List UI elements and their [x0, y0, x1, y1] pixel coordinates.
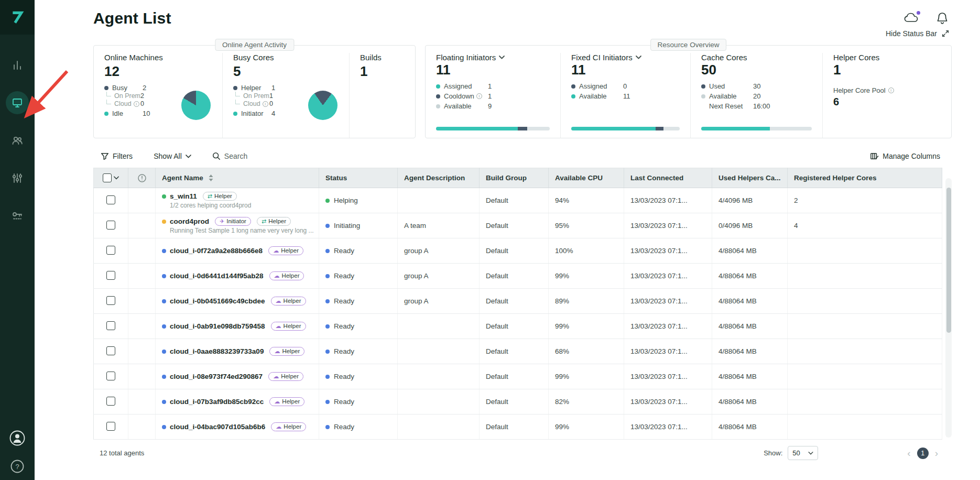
sidebar-item-analytics[interactable] [6, 53, 29, 77]
agent-name[interactable]: cloud_i-04bac907d105ab6b6 [170, 423, 265, 431]
chevron-down-icon[interactable] [499, 56, 505, 59]
notifications-button[interactable] [936, 12, 949, 27]
table-row: cloud_i-08e973f74ed290867☁HelperReadyDef… [94, 364, 942, 389]
row-checkbox[interactable] [106, 271, 115, 280]
table-row: cloud_i-0b0451669c49cbdee☁HelperReadygro… [94, 289, 942, 314]
agent-name[interactable]: cloud_i-0ab91e098db759458 [170, 322, 265, 330]
column-header-description[interactable]: Agent Description [398, 168, 480, 188]
available-cpu: 94% [549, 188, 624, 213]
row-checkbox[interactable] [106, 221, 115, 230]
row-checkbox[interactable] [106, 397, 115, 406]
logo-icon [7, 7, 27, 27]
prev-page-button[interactable]: ‹ [907, 448, 910, 458]
assigned-dot [436, 84, 440, 89]
select-all-checkbox[interactable] [103, 173, 112, 182]
builds-title: Builds [360, 53, 405, 62]
available-dot [436, 104, 440, 108]
alert-column-header [128, 168, 156, 188]
agent-description [398, 389, 480, 414]
cloud-icon: ☁ [276, 298, 281, 304]
agent-state-dot [162, 425, 166, 429]
avatar-icon [9, 430, 26, 446]
sidebar-item-keys[interactable] [6, 204, 29, 227]
row-checkbox[interactable] [106, 296, 115, 305]
page-header: Agent List [93, 0, 952, 27]
hide-status-bar-toggle[interactable]: Hide Status Bar [93, 29, 950, 38]
floating-initiators-value: 11 [436, 62, 550, 78]
row-checkbox[interactable] [106, 372, 115, 380]
agent-name[interactable]: cloud_i-0aae8883239733a09 [170, 347, 264, 355]
used-helpers: 4/88064 MB [712, 314, 788, 339]
resource-overview-tab: Resource Overview [650, 39, 727, 51]
sort-icon[interactable] [209, 174, 213, 181]
search-button[interactable]: Search [212, 152, 247, 160]
current-page-button[interactable]: 1 [917, 448, 929, 459]
chevron-down-icon[interactable] [636, 56, 641, 59]
helper-core-pool: Helper Core Pool 6 [833, 86, 941, 108]
online-machines-pie-chart [181, 91, 211, 120]
status-dot [325, 224, 330, 228]
busy-dot [104, 86, 108, 90]
row-checkbox[interactable] [106, 422, 115, 431]
column-header-build-group[interactable]: Build Group [480, 168, 549, 188]
initiator-icon: ✈ [220, 219, 224, 224]
chevron-down-icon[interactable] [114, 176, 119, 180]
table-row: cloud_i-0aae8883239733a09☁HelperReadyDef… [94, 339, 942, 364]
row-checkbox[interactable] [106, 346, 115, 355]
agent-name[interactable]: cloud_i-0f72a9a2e88b666e8 [170, 247, 263, 255]
agent-name[interactable]: cloud_i-08e973f74ed290867 [170, 373, 263, 380]
sidebar-item-agents[interactable] [6, 91, 29, 114]
available-dot [701, 94, 705, 99]
row-checkbox[interactable] [106, 195, 115, 204]
next-page-button[interactable]: › [935, 448, 938, 458]
badge-cloud: ☁Helper [269, 271, 304, 280]
busy-cores-value: 5 [233, 63, 339, 80]
column-header-registered-cores[interactable]: Registered Helper Cores [788, 168, 942, 188]
app-logo[interactable] [0, 0, 35, 35]
row-checkbox[interactable] [106, 246, 115, 255]
bar-chart-icon [12, 59, 23, 71]
column-header-agent-name[interactable]: Agent Name [156, 168, 319, 188]
cloud-icon: ☁ [276, 323, 281, 329]
status-label: Ready [334, 322, 354, 330]
agent-state-dot [162, 324, 166, 329]
column-header-last-connected[interactable]: Last Connected [624, 168, 712, 188]
info-icon[interactable] [476, 93, 482, 99]
top-icons [903, 12, 949, 27]
agent-name[interactable]: cloud_i-07b3af9db85cb92cc [170, 398, 264, 406]
info-icon[interactable] [888, 88, 894, 93]
cloud-status-button[interactable] [903, 12, 919, 27]
column-header-status[interactable]: Status [319, 168, 398, 188]
table-toolbar: Filters Show All Search Manage Columns [101, 152, 952, 160]
agent-name[interactable]: cloud_i-0b0451669c49cbdee [170, 297, 265, 305]
agent-name[interactable]: cloud_i-0d6441d144f95ab28 [170, 272, 264, 280]
info-icon[interactable] [263, 101, 268, 107]
row-checkbox[interactable] [106, 321, 115, 330]
sliders-icon [12, 172, 23, 184]
profile-button[interactable] [9, 430, 26, 449]
help-button[interactable]: ? [10, 459, 25, 476]
chevron-down-icon [186, 155, 191, 158]
alert-cell [128, 364, 156, 389]
sidebar-item-users[interactable] [6, 129, 29, 152]
scrollbar-thumb[interactable] [946, 188, 951, 333]
agent-name[interactable]: coord4prod [170, 217, 209, 225]
show-all-dropdown[interactable]: Show All [154, 152, 191, 160]
info-icon[interactable] [134, 101, 139, 107]
agent-name[interactable]: s_win11 [170, 192, 197, 200]
select-all-header[interactable] [94, 168, 128, 188]
status-dot [325, 299, 330, 303]
page-size-select[interactable]: 50 [788, 446, 818, 460]
filters-button[interactable]: Filters [101, 152, 133, 160]
available-cpu: 99% [549, 264, 624, 289]
status-bar: Online Agent Activity Online Machines 12… [93, 45, 952, 138]
build-group: Default [480, 238, 549, 264]
sidebar-item-settings[interactable] [6, 167, 29, 190]
column-header-cpu[interactable]: Available CPU [549, 168, 624, 188]
manage-columns-button[interactable]: Manage Columns [870, 152, 940, 160]
helper-core-pool-value: 6 [833, 96, 941, 108]
last-connected: 13/03/2023 07:1... [624, 213, 712, 238]
svg-text:?: ? [15, 463, 19, 471]
column-header-used-helpers[interactable]: Used Helpers Ca... [712, 168, 788, 188]
status-dot [325, 324, 330, 329]
